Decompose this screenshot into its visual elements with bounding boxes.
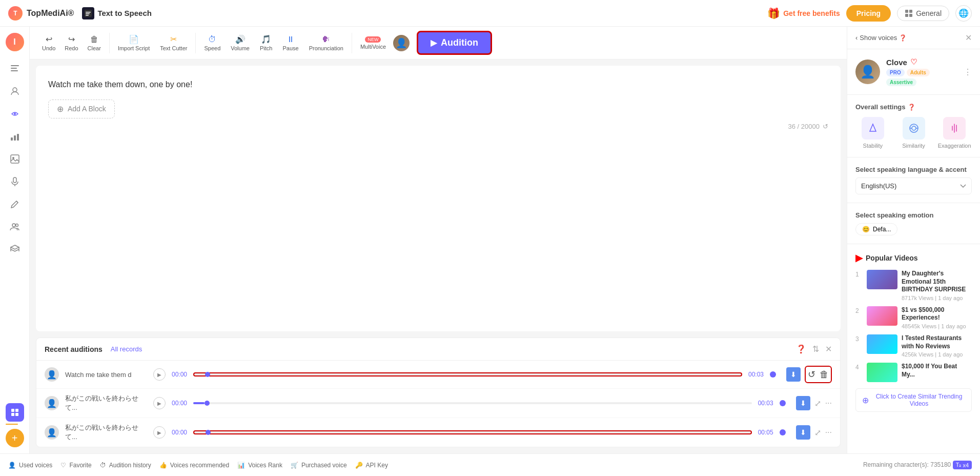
sidebar-item-analytics[interactable]: [6, 127, 24, 146]
sort-icon[interactable]: ⇅: [812, 344, 819, 354]
audition-history-item[interactable]: ⏱ Audition history: [100, 462, 151, 469]
text-cutter-button[interactable]: ✂ Text Cutter: [156, 32, 191, 53]
multivoice-button[interactable]: NEW MultiVoice: [356, 34, 390, 52]
voice-avatar[interactable]: 👤: [392, 34, 411, 52]
clear-button[interactable]: 🗑 Clear: [84, 33, 105, 53]
add-block-button[interactable]: ⊕ Add A Block: [48, 100, 115, 118]
settings-help-icon[interactable]: ❓: [908, 104, 915, 111]
progress-bar-1[interactable]: [193, 372, 742, 376]
pricing-button[interactable]: Pricing: [846, 5, 891, 22]
overall-settings: Overall settings ❓ Stability Simi: [847, 95, 980, 157]
help-icon[interactable]: ❓: [796, 344, 806, 354]
list-item[interactable]: 2 $1 vs $500,000 Experiences! 48545k Vie…: [855, 306, 972, 329]
download-button-2[interactable]: ⬇: [796, 396, 810, 410]
exaggeration-icon[interactable]: [943, 117, 966, 140]
sidebar-item-text[interactable]: [6, 60, 24, 78]
close-icon[interactable]: ✕: [825, 344, 832, 354]
user-avatar[interactable]: I: [6, 33, 24, 51]
video-title-1: My Daughter's Emotional 15th BIRTHDAY SU…: [902, 270, 972, 294]
sidebar-item-audio[interactable]: [6, 105, 24, 123]
show-voices-button[interactable]: ‹ Show voices ❓: [855, 34, 907, 42]
more-options-button[interactable]: ⋮: [964, 67, 972, 77]
purchased-voice-item[interactable]: 🛒 Purchased voice: [291, 462, 347, 469]
create-similar-button[interactable]: ⊕ Click to Create Similar Trending Video…: [855, 388, 972, 412]
sidebar-item-voices[interactable]: [6, 82, 24, 101]
sidebar-item-pencil[interactable]: [6, 195, 24, 213]
speed-button[interactable]: ⏱ Speed: [200, 33, 224, 53]
editor-content[interactable]: Watch me take them down, one by one! ⊕ A…: [36, 66, 841, 331]
language-button[interactable]: 🌐: [955, 5, 972, 22]
redo-button[interactable]: ↪ Redo: [60, 32, 82, 53]
language-section-title: Select speaking language & accent: [855, 166, 972, 173]
grid-icon: [905, 9, 913, 17]
play-button-1[interactable]: ▶: [153, 368, 166, 381]
list-item[interactable]: 3 I Tested Restaurants with No Reviews 4…: [855, 334, 972, 358]
api-key-item[interactable]: 🔑 API Key: [355, 462, 388, 469]
delete-button-1[interactable]: 🗑: [820, 369, 829, 380]
play-button-2[interactable]: ▶: [153, 397, 166, 409]
video-info-1: My Daughter's Emotional 15th BIRTHDAY SU…: [902, 270, 972, 301]
toolbar-divider-3: [352, 33, 352, 53]
sidebar-item-image[interactable]: [6, 150, 24, 168]
used-voices-item[interactable]: 👤 Used voices: [8, 462, 52, 469]
sidebar-item-box[interactable]: [6, 240, 24, 259]
voice-profile: 👤 Clove ♡ PRO Adults Assertive ⋮: [847, 49, 980, 95]
audition-button[interactable]: ▶ Audition: [417, 31, 492, 55]
refresh-button-1[interactable]: ↺: [808, 369, 815, 380]
volume-button[interactable]: 🔊 Volume: [227, 32, 254, 53]
play-button-3[interactable]: ▶: [153, 426, 166, 439]
sidebar-item-mic[interactable]: [6, 172, 24, 191]
share-icon-2[interactable]: ⤢: [814, 399, 821, 408]
list-item[interactable]: 4 $10,000 If You Beat My...: [855, 363, 972, 382]
emotion-button[interactable]: 😊 Defa...: [855, 223, 897, 235]
close-panel-button[interactable]: ✕: [965, 33, 972, 43]
progress-bar-2[interactable]: [193, 402, 752, 404]
stability-icon[interactable]: [862, 117, 884, 140]
stability-label: Stability: [863, 143, 883, 149]
tag-assertive: Assertive: [886, 78, 916, 86]
svg-rect-18: [13, 177, 16, 183]
audition-row: 👤 Watch me take them d ▶ 00:00 00:03 ⬇: [36, 361, 840, 389]
more-icon-2[interactable]: ···: [825, 399, 832, 408]
progress-bar-3[interactable]: [193, 430, 752, 434]
language-select[interactable]: English(US): [855, 177, 972, 194]
pause-button[interactable]: ⏸ Pause: [278, 33, 302, 53]
download-button-1[interactable]: ⬇: [786, 367, 801, 382]
download-button-3[interactable]: ⬇: [796, 425, 810, 440]
editor-panel: ↩ Undo ↪ Redo 🗑 Clear 📄 Import Scrip: [30, 27, 847, 453]
stability-control: Stability: [855, 117, 890, 149]
all-records-button[interactable]: All records: [111, 345, 142, 353]
audition-avatar-2: 👤: [45, 396, 59, 410]
share-icon-3[interactable]: ⤢: [814, 428, 821, 438]
favorite-item[interactable]: ♡ Favorite: [60, 462, 91, 469]
voices-rank-item[interactable]: 📊 Voices Rank: [237, 462, 282, 469]
pronunciation-icon: 🗣: [322, 35, 330, 44]
svg-point-21: [15, 224, 18, 227]
voices-recommended-item[interactable]: 👍 Voices recommended: [159, 462, 229, 469]
sidebar-item-users[interactable]: [6, 217, 24, 236]
get-free-button[interactable]: 🎁 Get free benefits: [767, 7, 840, 19]
undo-button[interactable]: ↩ Undo: [38, 32, 59, 53]
video-thumb-4: [867, 363, 897, 382]
sidebar-item-highlight[interactable]: [6, 403, 24, 422]
import-script-button[interactable]: 📄 Import Script: [114, 32, 154, 53]
similarity-icon[interactable]: [903, 117, 925, 140]
editor-text[interactable]: Watch me take them down, one by one!: [48, 78, 828, 91]
pronunciation-button[interactable]: 🗣 Pronunciation: [305, 33, 348, 53]
sidebar-add-button[interactable]: +: [6, 429, 24, 447]
right-panel: ‹ Show voices ❓ ✕ 👤 Clove ♡ PRO Adults: [847, 27, 980, 453]
refresh-icon[interactable]: ↺: [823, 123, 828, 130]
favorite-icon[interactable]: ♡: [910, 57, 917, 67]
list-item[interactable]: 1 My Daughter's Emotional 15th BIRTHDAY …: [855, 270, 972, 301]
general-button[interactable]: General: [897, 6, 949, 21]
audition-row: 👤 私がこの戦いを終わらせて... ▶ 00:00 00:03 ⬇ ⤢: [36, 389, 840, 418]
video-number-2: 2: [855, 306, 863, 314]
thumb-up-icon: 👍: [159, 462, 167, 469]
video-title-4: $10,000 If You Beat My...: [902, 363, 972, 379]
emoji-icon: 😊: [862, 226, 870, 233]
bottom-bar: 👤 Used voices ♡ Favorite ⏱ Audition hist…: [0, 453, 980, 476]
pitch-button[interactable]: 🎵 Pitch: [256, 32, 276, 53]
exaggeration-control: Exaggeration: [937, 117, 972, 149]
more-icon-3[interactable]: ···: [825, 428, 832, 437]
svg-point-27: [912, 126, 916, 130]
